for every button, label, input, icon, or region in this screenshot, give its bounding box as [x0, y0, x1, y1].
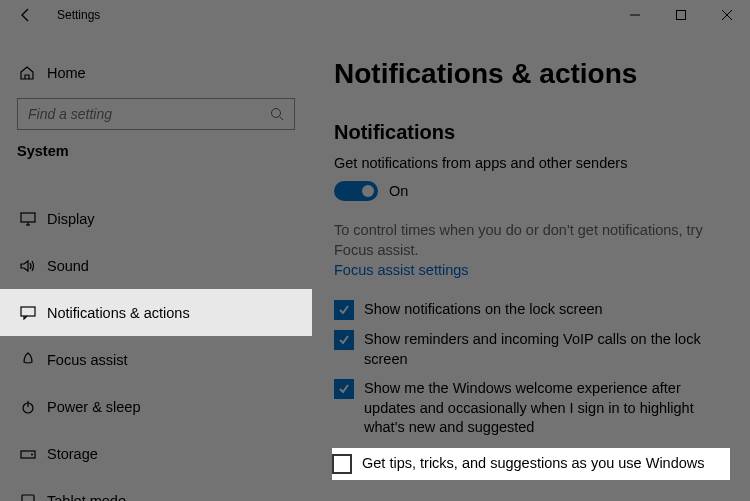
master-toggle[interactable]: [334, 181, 378, 201]
sidebar-item-label: Sound: [47, 258, 89, 274]
sidebar-item-display[interactable]: Display: [0, 195, 312, 242]
description: To control times when you do or don't ge…: [334, 221, 730, 260]
close-button[interactable]: [704, 0, 750, 30]
sidebar-item-label: Tablet mode: [47, 493, 126, 502]
focus-assist-icon: [19, 352, 37, 368]
checkbox[interactable]: [334, 379, 354, 399]
focus-assist-link[interactable]: Focus assist settings: [334, 262, 730, 278]
tablet-icon: [19, 494, 37, 502]
check-label: Show notifications on the lock screen: [364, 300, 603, 320]
page-title: Notifications & actions: [334, 58, 730, 90]
sidebar-item-label: Focus assist: [47, 352, 128, 368]
search-icon: [270, 107, 284, 121]
storage-icon: [19, 447, 37, 461]
section-title: Notifications: [334, 121, 730, 144]
svg-line-3: [280, 117, 284, 121]
sidebar-item-notifications[interactable]: Notifications & actions: [0, 289, 312, 336]
home-icon: [19, 65, 37, 81]
sidebar-item-label: Display: [47, 211, 95, 227]
sidebar-item-tablet[interactable]: Tablet mode: [0, 477, 312, 501]
check-label: Get tips, tricks, and suggestions as you…: [362, 454, 705, 474]
master-toggle-label: Get notifications from apps and other se…: [334, 155, 730, 171]
checkbox[interactable]: [334, 330, 354, 350]
minimize-button[interactable]: [612, 0, 658, 30]
window-title: Settings: [57, 8, 100, 22]
maximize-button[interactable]: [658, 0, 704, 30]
sidebar-item-label: Notifications & actions: [47, 305, 190, 321]
sidebar-item-focus-assist[interactable]: Focus assist: [0, 336, 312, 383]
sound-icon: [19, 259, 37, 273]
home-nav[interactable]: Home: [0, 55, 312, 91]
svg-rect-12: [22, 495, 34, 502]
checkbox[interactable]: [332, 454, 352, 474]
svg-rect-7: [21, 307, 35, 316]
check-label: Show me the Windows welcome experience a…: [364, 379, 719, 438]
check-row[interactable]: Show notifications on the lock screen: [334, 300, 730, 320]
sidebar-item-power[interactable]: Power & sleep: [0, 383, 312, 430]
checkbox[interactable]: [334, 300, 354, 320]
check-label: Show reminders and incoming VoIP calls o…: [364, 330, 719, 369]
search-input[interactable]: [17, 98, 295, 130]
sidebar-item-label: Power & sleep: [47, 399, 141, 415]
power-icon: [19, 399, 37, 415]
check-row[interactable]: Show me the Windows welcome experience a…: [334, 379, 730, 438]
display-icon: [19, 212, 37, 226]
back-button[interactable]: [11, 0, 41, 30]
svg-rect-1: [677, 11, 686, 20]
svg-point-11: [31, 453, 33, 455]
sidebar-item-label: Storage: [47, 446, 98, 462]
sidebar-item-sound[interactable]: Sound: [0, 242, 312, 289]
group-label: System: [17, 143, 312, 159]
check-row[interactable]: Show reminders and incoming VoIP calls o…: [334, 330, 730, 369]
svg-point-2: [272, 109, 281, 118]
svg-rect-4: [21, 213, 35, 222]
home-label: Home: [47, 65, 86, 81]
toggle-state: On: [389, 183, 408, 199]
notifications-icon: [19, 306, 37, 320]
sidebar-item-storage[interactable]: Storage: [0, 430, 312, 477]
check-row[interactable]: Get tips, tricks, and suggestions as you…: [332, 448, 730, 480]
